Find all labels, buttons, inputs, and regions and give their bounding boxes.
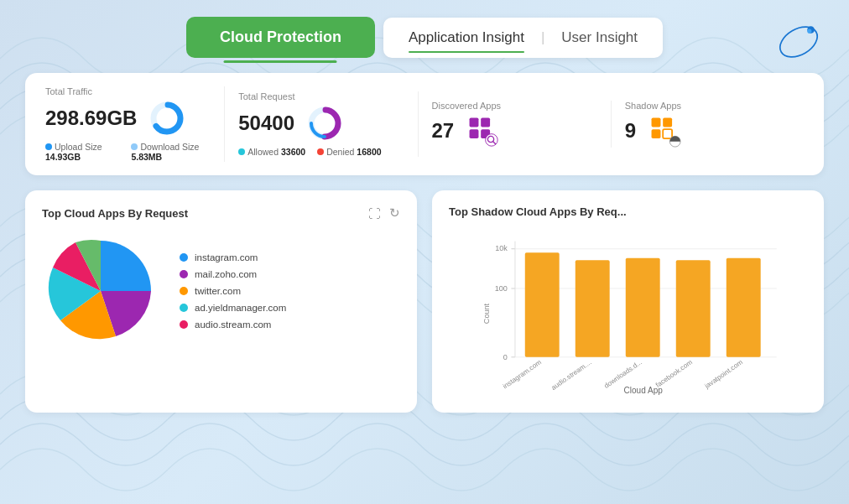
svg-text:downloads.d...: downloads.d... xyxy=(603,358,643,390)
bar-facebook xyxy=(676,260,711,356)
svg-rect-15 xyxy=(652,118,661,127)
legend-item-zoho: mail.zoho.com xyxy=(180,269,286,279)
svg-text:javatpoint.com: javatpoint.com xyxy=(703,358,744,390)
pie-chart-title: Top Cloud Apps By Request xyxy=(42,207,188,220)
bar-instagram xyxy=(525,252,560,357)
total-request-value: 50400 xyxy=(238,105,404,142)
bar-audiostream xyxy=(576,260,610,356)
discovered-apps-label: Discovered Apps xyxy=(432,101,597,111)
stats-row: Total Traffic 298.69GB Upload Size 14.93… xyxy=(25,73,824,175)
bar-chart-title: Top Shadow Cloud Apps By Req... xyxy=(449,205,627,218)
bar-chart-area: Count 10k 100 0 xyxy=(449,230,807,397)
total-traffic-label: Total Traffic xyxy=(45,86,211,96)
stat-discovered-apps: Discovered Apps 27 xyxy=(419,101,612,148)
svg-text:audio.stream....: audio.stream.... xyxy=(550,358,593,392)
svg-text:0: 0 xyxy=(503,353,508,361)
svg-rect-18 xyxy=(663,129,672,138)
svg-rect-8 xyxy=(470,118,479,127)
header-tabs: Cloud Protection Application Insight | U… xyxy=(25,17,824,58)
legend-dot-zoho xyxy=(180,270,188,278)
legend-item-yieldmanager: ad.yieldmanager.com xyxy=(180,303,286,313)
legend-dot-audiostream xyxy=(180,320,188,329)
discovered-apps-icon xyxy=(466,114,499,148)
shadow-apps-label: Shadow Apps xyxy=(625,101,790,111)
stat-shadow-apps: Shadow Apps 9 xyxy=(612,101,804,148)
traffic-donut-chart xyxy=(148,100,185,137)
pie-chart-card: Top Cloud Apps By Request ⛶ ↻ xyxy=(25,190,417,413)
svg-text:instagram.com: instagram.com xyxy=(502,358,543,390)
stat-total-request: Total Request 50400 Allowed 33600 Denied… xyxy=(225,91,418,157)
svg-point-0 xyxy=(775,21,823,64)
orbit-icon xyxy=(773,17,824,67)
tab-user-insight[interactable]: User Insight xyxy=(561,29,638,46)
total-traffic-value: 298.69GB xyxy=(45,100,211,137)
legend-dot-yieldmanager xyxy=(180,304,188,312)
tab-cloud-protection[interactable]: Cloud Protection xyxy=(186,17,375,58)
refresh-icon[interactable]: ↻ xyxy=(389,205,400,221)
svg-text:100: 100 xyxy=(495,284,508,293)
svg-text:Count: Count xyxy=(482,303,491,324)
pie-legend: instagram.com mail.zoho.com twitter.com … xyxy=(180,252,286,330)
tabs-right: Application Insight | User Insight xyxy=(383,18,663,58)
total-request-label: Total Request xyxy=(238,91,404,101)
legend-item-instagram: instagram.com xyxy=(180,252,286,262)
legend-dot-instagram xyxy=(180,253,188,262)
svg-rect-9 xyxy=(481,118,490,127)
svg-text:10k: 10k xyxy=(495,244,508,252)
legend-item-twitter: twitter.com xyxy=(180,286,286,296)
tab-divider: | xyxy=(541,29,544,46)
bar-javatpoint xyxy=(727,258,761,357)
pie-chart-svg xyxy=(42,232,159,350)
discovered-apps-value: 27 xyxy=(432,114,597,148)
shadow-apps-icon xyxy=(648,114,681,148)
total-request-sub: Allowed 33600 Denied 16800 xyxy=(238,147,404,157)
request-donut-chart xyxy=(306,105,343,142)
bar-chart-card: Top Shadow Cloud Apps By Req... Count 10… xyxy=(432,190,824,413)
svg-rect-16 xyxy=(663,118,672,127)
svg-point-2 xyxy=(807,29,811,34)
legend-item-audiostream: audio.stream.com xyxy=(180,320,286,330)
expand-icon[interactable]: ⛶ xyxy=(368,206,381,221)
svg-rect-17 xyxy=(652,129,661,138)
bar-downloads xyxy=(626,258,660,357)
tab-application-insight[interactable]: Application Insight xyxy=(409,29,524,46)
charts-row: Top Cloud Apps By Request ⛶ ↻ xyxy=(25,190,824,413)
pie-chart-header: Top Cloud Apps By Request ⛶ ↻ xyxy=(42,205,400,221)
bar-chart-header: Top Shadow Cloud Apps By Req... xyxy=(449,205,807,218)
shadow-apps-value: 9 xyxy=(625,114,790,148)
stat-total-traffic: Total Traffic 298.69GB Upload Size 14.93… xyxy=(45,86,225,162)
svg-rect-10 xyxy=(470,129,479,138)
pie-chart-actions: ⛶ ↻ xyxy=(368,205,400,221)
x-axis-label: Cloud App xyxy=(624,386,664,395)
svg-text:facebook.com: facebook.com xyxy=(654,358,694,389)
legend-dot-twitter xyxy=(180,287,188,295)
pie-area: instagram.com mail.zoho.com twitter.com … xyxy=(42,232,400,350)
total-traffic-sub: Upload Size 14.93GB Download Size 5.83MB xyxy=(45,142,211,162)
bar-chart-svg: Count 10k 100 0 xyxy=(449,230,807,397)
